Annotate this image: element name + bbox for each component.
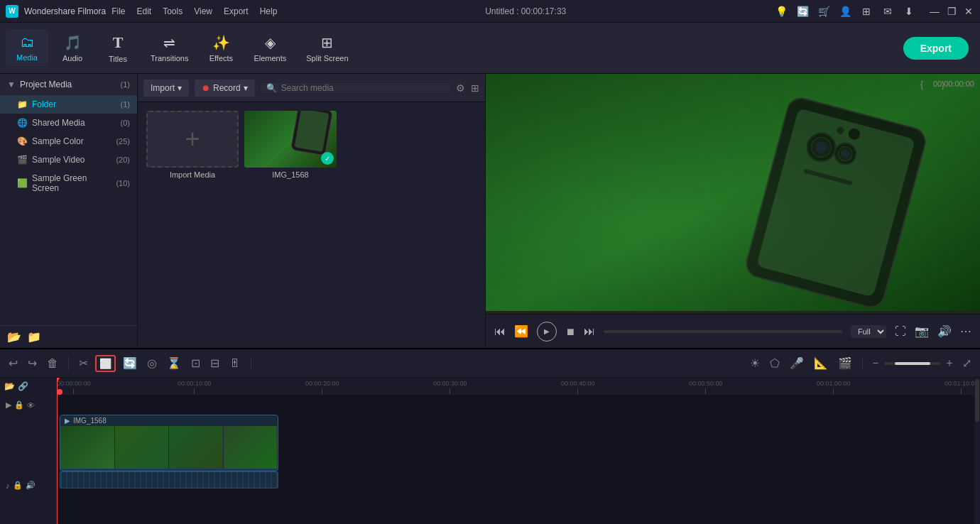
media-label: Media xyxy=(16,53,38,62)
tree-item-sample-green-screen[interactable]: 🟩 Sample Green Screen (10) xyxy=(0,169,137,197)
color-button[interactable]: ☀ xyxy=(747,355,763,371)
minimize-button[interactable]: — xyxy=(929,6,940,17)
lock-track-icon[interactable]: 🔒 xyxy=(14,400,24,410)
transform-button[interactable]: ⬜ xyxy=(95,355,116,372)
expand-timeline-button[interactable]: ⤢ xyxy=(959,355,974,371)
video-clip[interactable]: ▶ IMG_1568 xyxy=(60,415,278,471)
maximize-button[interactable]: ❐ xyxy=(946,6,957,17)
crop-button[interactable]: ⊡ xyxy=(188,355,203,371)
eye-track-icon[interactable]: 👁 xyxy=(27,401,35,410)
add-folder-icon[interactable]: 📂 xyxy=(7,330,21,344)
play-track-icon[interactable]: ▶ xyxy=(6,400,11,410)
media-toolbar: Import ▾ ⏺ Record ▾ 🔍 ⚙ ⊞ xyxy=(138,74,485,102)
preview-video: { } 00:00:00:00 xyxy=(486,74,980,314)
folder-up-icon[interactable]: 📁 xyxy=(27,330,41,344)
lock-audio-icon[interactable]: 🔒 xyxy=(13,481,23,490)
close-button[interactable]: ✕ xyxy=(963,6,974,17)
settings-icon[interactable]: ⋯ xyxy=(960,324,971,338)
search-box[interactable]: 🔍 xyxy=(261,83,450,93)
step-forward-button[interactable]: ⏭ xyxy=(584,325,595,338)
split-button[interactable]: ⌛ xyxy=(164,355,184,371)
export-button[interactable]: Export xyxy=(903,37,969,60)
clip-frame-4 xyxy=(224,426,278,469)
split-screen-label: Split Screen xyxy=(306,54,348,62)
toolbar-effects[interactable]: ✨ Effects xyxy=(200,30,242,67)
step-back-button[interactable]: ⏮ xyxy=(494,325,506,338)
menu-view[interactable]: View xyxy=(194,6,212,16)
volume-icon[interactable]: 🔊 xyxy=(937,324,952,338)
clip-header: ▶ IMG_1568 xyxy=(60,415,278,426)
quality-select[interactable]: Full 1/2 1/4 xyxy=(851,325,886,338)
add-track-icon[interactable]: 📂 xyxy=(4,381,15,391)
motion-button[interactable]: 📐 xyxy=(811,355,831,371)
preview-progress-bar[interactable] xyxy=(604,330,842,333)
menu-tools[interactable]: Tools xyxy=(163,6,183,16)
media-item-img-1568[interactable]: ✓ IMG_1568 xyxy=(244,111,337,179)
volume-audio-icon[interactable]: 🔊 xyxy=(26,481,36,490)
download-icon[interactable]: ⬇ xyxy=(902,4,916,18)
mail-icon[interactable]: ✉ xyxy=(881,4,895,18)
menu-export[interactable]: Export xyxy=(224,6,249,16)
layout-icon[interactable]: ⊞ xyxy=(859,4,873,18)
toolbar-media[interactable]: 🗂 Media xyxy=(6,30,48,66)
video-anim-button[interactable]: 🎬 xyxy=(835,355,855,371)
voice-button[interactable]: 🎤 xyxy=(787,355,807,371)
frame-back-button[interactable]: ⏪ xyxy=(514,324,528,338)
play-button[interactable]: ▶ xyxy=(537,322,557,342)
adjust-button[interactable]: ⊟ xyxy=(207,355,222,371)
menu-bar: File Edit Tools View Export Help xyxy=(111,6,277,16)
tree-item-sample-color[interactable]: 🎨 Sample Color (25) xyxy=(0,132,137,151)
project-media-label: Project Media xyxy=(20,80,72,89)
folder-count: (1) xyxy=(121,100,130,109)
toolbar-elements[interactable]: ◈ Elements xyxy=(245,30,295,67)
zoom-track[interactable] xyxy=(884,362,941,365)
tree-item-folder[interactable]: 📁 Folder (1) xyxy=(0,95,137,114)
redo-button[interactable]: ↪ xyxy=(25,355,40,371)
link-track-icon[interactable]: 🔗 xyxy=(18,381,28,391)
snapshot-icon[interactable]: 📷 xyxy=(915,324,929,338)
audio-icon: 🎵 xyxy=(64,34,82,51)
zoom-in-button[interactable]: ＋ xyxy=(944,356,955,371)
mask-button[interactable]: ⬠ xyxy=(767,355,783,371)
clip-frame-3 xyxy=(169,426,224,469)
cut-button[interactable]: ✂ xyxy=(76,355,91,371)
tree-item-shared-media[interactable]: 🌐 Shared Media (0) xyxy=(0,114,137,132)
toolbar-titles[interactable]: T Titles xyxy=(97,29,139,67)
toolbar-audio[interactable]: 🎵 Audio xyxy=(51,30,94,67)
grid-icon[interactable]: ⊞ xyxy=(471,82,479,94)
toolbar-transitions[interactable]: ⇌ Transitions xyxy=(142,30,197,67)
stop-button[interactable]: ⏹ xyxy=(565,326,575,337)
import-thumb: + xyxy=(146,111,239,168)
app-logo: W xyxy=(6,5,18,18)
filter-icon[interactable]: ⚙ xyxy=(456,82,465,94)
audio-clip[interactable] xyxy=(60,471,278,488)
account-icon[interactable]: 👤 xyxy=(838,4,852,18)
undo-button[interactable]: ↩ xyxy=(6,355,21,371)
menu-edit[interactable]: Edit xyxy=(137,6,152,16)
video-progress-bar[interactable] xyxy=(486,311,980,314)
window-controls: — ❐ ✕ xyxy=(929,6,974,17)
timeline-scrollbar[interactable] xyxy=(974,378,980,524)
record-button[interactable]: ⏺ Record ▾ xyxy=(195,80,255,97)
menu-file[interactable]: File xyxy=(111,6,125,16)
audio-tools-button[interactable]: 🎚 xyxy=(227,356,244,371)
cart-icon[interactable]: 🛒 xyxy=(817,4,831,18)
search-input[interactable] xyxy=(281,83,445,93)
import-button[interactable]: Import ▾ xyxy=(143,80,189,97)
ruler-mark-6: 00:01:00:00 xyxy=(817,380,851,394)
speed-button[interactable]: 🔄 xyxy=(120,355,140,371)
bulb-icon[interactable]: 💡 xyxy=(774,4,788,18)
tree-item-sample-video[interactable]: 🎬 Sample Video (20) xyxy=(0,151,137,169)
refresh-icon[interactable]: 🔄 xyxy=(795,4,810,18)
delete-button[interactable]: 🗑 xyxy=(44,356,61,371)
project-media-header[interactable]: ▼ Project Media (1) xyxy=(0,74,137,95)
markers-button[interactable]: ◎ xyxy=(144,355,160,371)
media-item-import[interactable]: + Import Media xyxy=(146,111,239,179)
record-label: Record xyxy=(213,83,241,93)
scrollbar-thumb[interactable] xyxy=(975,379,979,422)
fullscreen-icon[interactable]: ⛶ xyxy=(895,325,906,338)
menu-help[interactable]: Help xyxy=(260,6,278,16)
record-dot-icon: ⏺ xyxy=(202,83,210,93)
zoom-out-button[interactable]: － xyxy=(870,356,881,371)
toolbar-split-screen[interactable]: ⊞ Split Screen xyxy=(298,30,356,67)
